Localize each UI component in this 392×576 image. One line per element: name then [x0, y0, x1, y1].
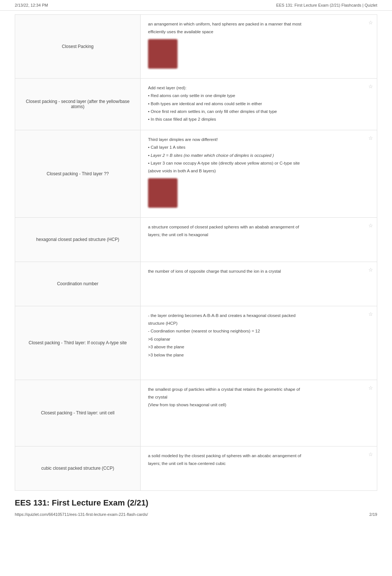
def-line-6-4: >3 above the plane — [148, 344, 369, 350]
card-definition-1: ☆ an arrangement in which uniform, hard … — [141, 15, 377, 78]
star-icon-2[interactable]: ☆ — [368, 82, 373, 90]
flashcard-7: Closest packing - Third layer: unit cell… — [15, 380, 377, 446]
card-term-8: cubic closest packed structure (CCP) — [15, 446, 141, 490]
def-line-6-1: structure (HCP) — [148, 320, 369, 327]
flashcard-8: cubic closest packed structure (CCP) ☆ a… — [15, 446, 377, 491]
flashcard-4: hexagonal closest packed structure (HCP)… — [15, 218, 377, 262]
def-line-2-0: Add next layer (red): — [148, 84, 369, 91]
star-icon-5[interactable]: ☆ — [368, 266, 373, 274]
card-definition-4: ☆ a structure composed of closest packed… — [141, 218, 377, 262]
def-line-5-0: the number of ions of opposite charge th… — [148, 268, 369, 275]
star-icon-4[interactable]: ☆ — [368, 221, 373, 230]
card-definition-5: ☆ the number of ions of opposite charge … — [141, 262, 377, 306]
card-term-7: Closest packing - Third layer: unit cell — [15, 380, 141, 446]
card-definition-6: ☆ - the layer ordering becomes A-B-A-B a… — [141, 306, 377, 380]
def-line-2-1: • Red atoms can only settle in one dimpl… — [148, 92, 369, 99]
card-definition-3: ☆ Third layer dimples are now different!… — [141, 130, 377, 217]
def-line-7-0: the smallest group of particles within a… — [148, 386, 369, 393]
card-term-2: Closest packing - second layer (after th… — [15, 79, 141, 130]
def-line-3-2: • Layer 2 = B sites (no matter which cho… — [148, 152, 369, 159]
def-line-7-2: (View from top shows hexagonal unit cell… — [148, 401, 369, 408]
def-line-8-1: layers; the unit cell is face-centered c… — [148, 460, 369, 467]
def-line-3-1: • Call layer 1 A sites — [148, 144, 369, 151]
def-line-2-2: • Both types are identical and red atoms… — [148, 100, 369, 107]
header-date: 2/13/22, 12:34 PM — [15, 3, 48, 7]
card-term-3: Closest packing - Third layer ?? — [15, 130, 141, 217]
page-header: 2/13/22, 12:34 PM EES 131: First Lecture… — [0, 0, 392, 11]
page-footer: EES 131: First Lecture Exam (2/21) https… — [0, 491, 392, 520]
star-icon-8[interactable]: ☆ — [368, 450, 373, 458]
footer-url: https://quizlet.com/664105711/ees-131-fi… — [15, 512, 148, 517]
footer-url-row: https://quizlet.com/664105711/ees-131-fi… — [15, 511, 377, 517]
card-definition-2: ☆ Add next layer (red): • Red atoms can … — [141, 79, 377, 130]
card-term-4: hexagonal closest packed structure (HCP) — [15, 218, 141, 262]
def-line-4-1: layers; the unit cell is hexagonal — [148, 231, 369, 238]
flashcard-1: Closest Packing ☆ an arrangement in whic… — [15, 14, 377, 79]
def-line-6-0: - the layer ordering becomes A-B-A-B and… — [148, 312, 369, 319]
def-line-2-4: • In this case filled all type 2 dimples — [148, 116, 369, 123]
flashcard-5: Coordination number ☆ the number of ions… — [15, 262, 377, 306]
def-line-3-0: Third layer dimples are now different! — [148, 136, 369, 143]
star-icon-1[interactable]: ☆ — [368, 18, 373, 27]
def-line-2-3: • Once first red atom settles in, can on… — [148, 108, 369, 115]
def-line-4-0: a structure composed of closest packed s… — [148, 224, 369, 230]
star-icon-7[interactable]: ☆ — [368, 384, 373, 392]
def-line-1-0: an arrangement in which uniform, hard sp… — [148, 21, 369, 27]
footer-title: EES 131: First Lecture Exam (2/21) — [15, 498, 377, 508]
def-line-1-1: efficiently uses the available space — [148, 28, 369, 35]
card-term-6: Closest packing - Third layer: If occupy… — [15, 306, 141, 380]
card-term-5: Coordination number — [15, 262, 141, 306]
flashcard-container: Closest Packing ☆ an arrangement in whic… — [0, 14, 392, 491]
card-definition-7: ☆ the smallest group of particles within… — [141, 380, 377, 446]
flashcard-2: Closest packing - second layer (after th… — [15, 79, 377, 130]
card-term-1: Closest Packing — [15, 15, 141, 78]
flashcard-3: Closest packing - Third layer ?? ☆ Third… — [15, 130, 377, 218]
def-line-3-4: (above voids in both A and B layers) — [148, 168, 369, 174]
def-line-6-5: >3 below the plane — [148, 352, 369, 358]
header-title: EES 131: First Lecture Exam (2/21) Flash… — [276, 3, 377, 7]
flashcard-6: Closest packing - Third layer: If occupy… — [15, 306, 377, 380]
def-line-3-3: • Layer 3 can now occupy A-type site (di… — [148, 160, 369, 166]
def-line-6-3: >6 coplanar — [148, 336, 369, 342]
card-definition-8: ☆ a solid modeled by the closest packing… — [141, 446, 377, 490]
def-line-7-1: the crystal — [148, 394, 369, 400]
def-line-6-2: - Coordination number (nearest or touchi… — [148, 328, 369, 334]
star-icon-6[interactable]: ☆ — [368, 310, 373, 318]
star-icon-3[interactable]: ☆ — [368, 134, 373, 142]
blurred-image-1 — [148, 39, 178, 69]
def-line-8-0: a solid modeled by the closest packing o… — [148, 452, 369, 459]
blurred-image-3 — [148, 178, 178, 208]
footer-page: 2/19 — [369, 512, 377, 517]
